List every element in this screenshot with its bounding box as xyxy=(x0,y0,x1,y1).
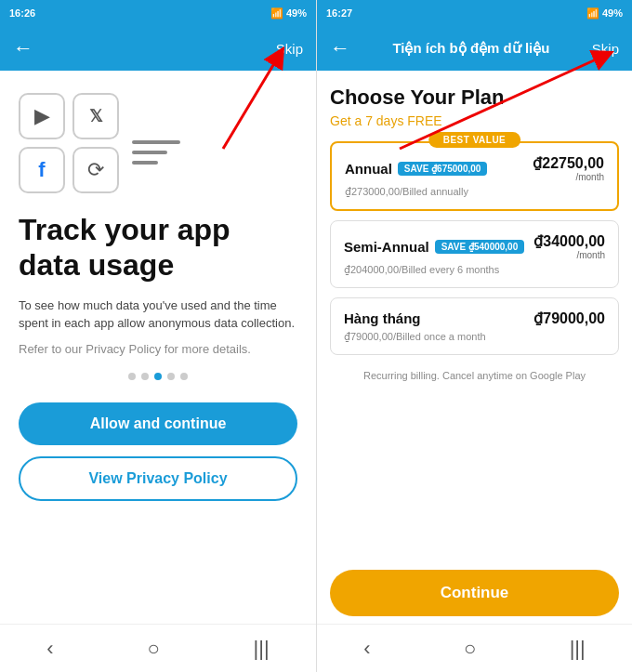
right-back-button[interactable]: ← xyxy=(330,36,350,60)
left-nav-recents[interactable]: ||| xyxy=(253,637,269,661)
lines-icon xyxy=(132,129,188,176)
semi-annual-name-row: Semi-Annual SAVE ₫540000,00 xyxy=(344,239,524,255)
right-status-time: 16:27 xyxy=(326,7,352,19)
semi-annual-price-col: ₫34000,00 /month xyxy=(533,232,605,260)
annual-price-col: ₫22750,00 /month xyxy=(533,154,604,182)
left-skip-button[interactable]: Skip xyxy=(276,41,303,57)
line-1 xyxy=(132,140,180,144)
annual-billing: ₫273000,00/Billed annually xyxy=(345,186,604,198)
monthly-plan-card[interactable]: Hàng tháng ₫79000,00 ₫79000,00/Billed on… xyxy=(330,297,619,355)
free-trial-text: Get a 7 days FREE xyxy=(330,113,619,128)
left-top-bar: ← Skip xyxy=(0,26,316,71)
monthly-plan-row: Hàng tháng ₫79000,00 xyxy=(344,310,605,327)
left-back-button[interactable]: ← xyxy=(13,36,33,60)
semi-annual-plan-name: Semi-Annual xyxy=(344,239,429,255)
monthly-billing: ₫79000,00/Billed once a month xyxy=(344,331,605,343)
view-privacy-policy-button[interactable]: View Privacy Policy xyxy=(19,456,297,501)
twitter-icon-box: 𝕏 xyxy=(72,93,119,139)
annual-price: ₫22750,00 xyxy=(533,154,604,172)
line-3 xyxy=(132,161,158,165)
semi-annual-price-sub: /month xyxy=(533,250,605,260)
right-nav-back[interactable]: ‹ xyxy=(363,637,370,661)
right-nav-bar: ‹ ○ ||| xyxy=(317,624,632,672)
annual-plan-card[interactable]: BEST VALUE Annual SAVE ₫675000,00 ₫22750… xyxy=(330,141,619,211)
dots-row xyxy=(19,373,297,380)
right-panel: 16:27 📶 49% ← Tiện ích bộ đệm dữ liệu Sk… xyxy=(316,0,632,672)
monthly-plan-name: Hàng tháng xyxy=(344,310,421,326)
annual-plan-name: Annual xyxy=(345,161,392,177)
left-status-right: 📶 49% xyxy=(270,7,307,20)
monthly-price-col: ₫79000,00 xyxy=(533,310,605,327)
annual-plan-row: Annual SAVE ₫675000,00 ₫22750,00 /month xyxy=(345,154,604,182)
annual-save-badge: SAVE ₫675000,00 xyxy=(398,162,488,176)
battery-percent: 49% xyxy=(286,7,307,19)
dot-4 xyxy=(167,373,175,380)
left-nav-bar: ‹ ○ ||| xyxy=(0,624,316,672)
plan-title: Choose Your Plan xyxy=(330,86,619,110)
right-content: Choose Your Plan Get a 7 days FREE BEST … xyxy=(317,71,632,624)
left-panel: 16:26 📶 49% ← Skip ▶ 𝕏 f ⟳ Track yo xyxy=(0,0,316,672)
app-icons-row: ▶ 𝕏 f ⟳ xyxy=(19,93,297,212)
annual-price-sub: /month xyxy=(533,172,604,182)
privacy-note: Refer to our Privacy Policy for more det… xyxy=(19,342,297,356)
left-content: ▶ 𝕏 f ⟳ Track your app data usage To see… xyxy=(0,71,316,624)
semi-annual-save-badge: SAVE ₫540000,00 xyxy=(435,240,525,254)
continue-button[interactable]: Continue xyxy=(330,570,619,616)
dot-1 xyxy=(128,373,136,380)
right-top-bar: ← Tiện ích bộ đệm dữ liệu Skip xyxy=(317,26,632,71)
semi-annual-plan-row: Semi-Annual SAVE ₫540000,00 ₫34000,00 /m… xyxy=(344,232,605,260)
semi-annual-price: ₫34000,00 xyxy=(533,232,605,250)
left-status-time: 16:26 xyxy=(9,7,35,19)
main-title: Track your app data usage xyxy=(19,212,297,283)
dot-3-active xyxy=(154,373,162,380)
facebook-icon-box: f xyxy=(19,147,65,193)
app-icons-grid: ▶ 𝕏 f ⟳ xyxy=(19,93,119,193)
best-value-badge: BEST VALUE xyxy=(428,132,521,148)
description-text: To see how much data you've used and the… xyxy=(19,296,297,333)
semi-annual-plan-card[interactable]: Semi-Annual SAVE ₫540000,00 ₫34000,00 /m… xyxy=(330,220,619,288)
dot-2 xyxy=(141,373,149,380)
right-battery-percent: 49% xyxy=(602,7,623,19)
allow-continue-button[interactable]: Allow and continue xyxy=(19,402,297,445)
semi-annual-billing: ₫204000,00/Billed every 6 months xyxy=(344,264,605,276)
right-status-right: 📶 49% xyxy=(586,7,623,20)
refresh-icon-box: ⟳ xyxy=(72,147,119,193)
video-icon-box: ▶ xyxy=(19,93,65,139)
right-nav-recents[interactable]: ||| xyxy=(570,637,586,661)
right-nav-home[interactable]: ○ xyxy=(464,637,476,661)
left-nav-home[interactable]: ○ xyxy=(147,637,159,661)
dot-5 xyxy=(180,373,188,380)
right-wifi-icon: 📶 xyxy=(586,7,599,19)
right-skip-button[interactable]: Skip xyxy=(592,41,619,57)
left-nav-back[interactable]: ‹ xyxy=(46,637,53,661)
wifi-icon: 📶 xyxy=(270,7,283,20)
monthly-price: ₫79000,00 xyxy=(533,310,605,327)
right-status-bar: 16:27 📶 49% xyxy=(317,0,632,26)
line-2 xyxy=(132,151,167,154)
left-status-bar: 16:26 📶 49% xyxy=(0,0,316,26)
recurring-note: Recurring billing. Cancel anytime on Goo… xyxy=(330,370,619,381)
annual-name-row: Annual SAVE ₫675000,00 xyxy=(345,161,487,177)
right-top-title: Tiện ích bộ đệm dữ liệu xyxy=(392,40,549,57)
monthly-name-row: Hàng tháng xyxy=(344,310,421,326)
